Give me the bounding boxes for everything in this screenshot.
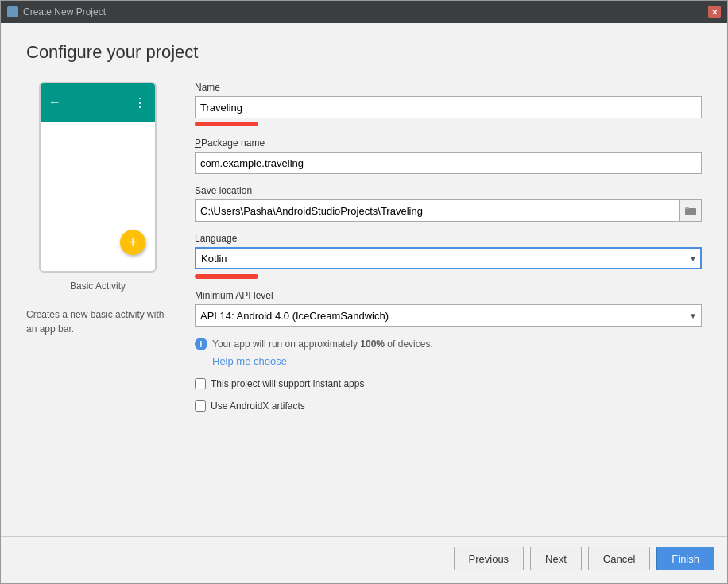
language-select[interactable]: Kotlin Java (195, 247, 702, 269)
dialog-content: Configure your project ← ⋮ + Basic Activ… (1, 23, 727, 536)
package-group: PPackage name (195, 137, 702, 174)
min-api-label: Minimum API level (195, 290, 702, 301)
language-select-wrapper: Kotlin Java ▼ (195, 247, 702, 269)
coverage-percent: 100% (360, 338, 385, 350)
phone-content-area (41, 122, 155, 241)
right-panel: Name PPackage name Save location (195, 82, 702, 524)
instant-apps-checkbox[interactable] (195, 378, 206, 389)
min-api-select[interactable]: API 14: Android 4.0 (IceCreamSandwich) A… (195, 304, 702, 327)
save-location-input-group (195, 199, 702, 222)
svg-rect-2 (685, 207, 689, 209)
activity-label: Basic Activity (70, 280, 126, 292)
page-title: Configure your project (26, 42, 702, 63)
previous-button[interactable]: Previous (454, 547, 525, 570)
window-title: Create New Project (23, 6, 708, 17)
info-icon: i (195, 338, 207, 350)
folder-icon (685, 206, 696, 215)
back-arrow-icon: ← (48, 95, 61, 110)
androidx-label: Use AndroidX artifacts (211, 400, 305, 412)
instant-apps-row: This project will support instant apps (195, 378, 702, 389)
bottom-bar: Previous Next Cancel Finish (1, 536, 727, 583)
phone-top-bar: ← ⋮ (41, 83, 155, 122)
save-location-group: Save location (195, 185, 702, 222)
main-area: ← ⋮ + Basic Activity Creates a new basic… (26, 82, 702, 524)
help-me-choose-link[interactable]: Help me choose (212, 355, 287, 367)
save-location-input[interactable] (195, 199, 680, 222)
coverage-text: Your app will run on approximately 100% … (212, 338, 433, 350)
menu-dots-icon: ⋮ (134, 95, 147, 110)
left-panel: ← ⋮ + Basic Activity Creates a new basic… (26, 82, 169, 524)
close-button[interactable]: ✕ (708, 6, 721, 18)
language-label: Language (195, 233, 702, 244)
fab-button: + (120, 230, 145, 255)
instant-apps-label: This project will support instant apps (211, 378, 364, 389)
androidx-row: Use AndroidX artifacts (195, 400, 702, 412)
name-input[interactable] (195, 96, 702, 118)
coverage-info: i Your app will run on approximately 100… (195, 338, 702, 350)
save-location-label: Save location (195, 185, 702, 196)
browse-button[interactable] (680, 199, 702, 222)
next-button[interactable]: Next (530, 547, 582, 570)
name-group: Name (195, 82, 702, 126)
language-group: Language Kotlin Java ▼ (195, 233, 702, 279)
title-bar: Create New Project ✕ (1, 1, 727, 23)
main-window: Create New Project ✕ Configure your proj… (0, 0, 728, 584)
package-input[interactable] (195, 152, 702, 174)
cancel-button[interactable]: Cancel (588, 547, 650, 570)
help-link-row: Help me choose (212, 355, 702, 367)
package-label: PPackage name (195, 137, 702, 149)
name-label: Name (195, 82, 702, 93)
app-icon (7, 6, 18, 17)
language-annotation (195, 274, 258, 279)
name-annotation (195, 122, 258, 126)
finish-button[interactable]: Finish (656, 547, 714, 570)
min-api-select-wrapper: API 14: Android 4.0 (IceCreamSandwich) A… (195, 304, 702, 327)
phone-preview: ← ⋮ + (39, 82, 157, 273)
activity-description: Creates a new basic activity with an app… (26, 307, 169, 336)
min-api-group: Minimum API level API 14: Android 4.0 (I… (195, 290, 702, 327)
androidx-checkbox[interactable] (195, 400, 206, 412)
